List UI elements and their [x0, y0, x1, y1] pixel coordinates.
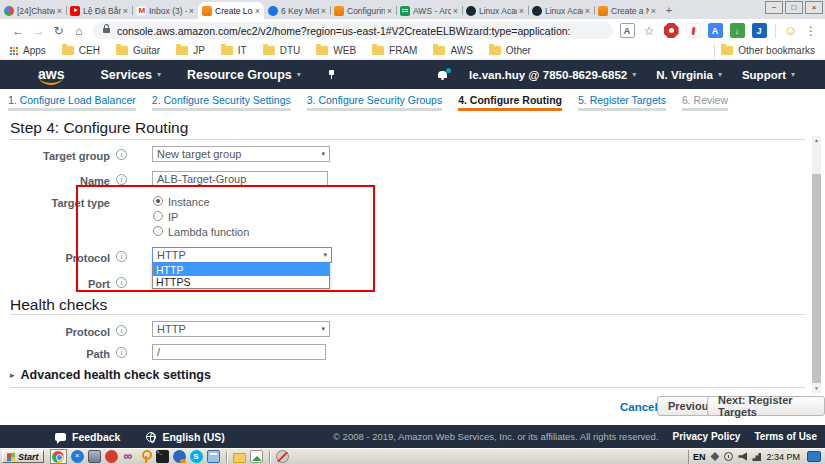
- tab-close-icon[interactable]: ×: [123, 6, 128, 16]
- path-input[interactable]: /: [152, 344, 326, 360]
- tab-close-icon[interactable]: ×: [453, 6, 458, 16]
- bookmark-folder-it[interactable]: IT: [221, 45, 247, 56]
- internet-app-icon[interactable]: [173, 450, 186, 463]
- dropdown-option-https[interactable]: HTTPS: [153, 276, 329, 288]
- profile-avatar[interactable]: ☺: [783, 23, 798, 39]
- chrome-menu-icon[interactable]: ⋮: [805, 24, 817, 38]
- support-menu[interactable]: Support ▾: [742, 69, 795, 81]
- name-input[interactable]: ALB-Target-Group: [152, 171, 328, 187]
- close-window-button[interactable]: ×: [805, 1, 823, 14]
- virtualbox-icon[interactable]: [88, 450, 101, 463]
- advanced-health-check-settings-toggle[interactable]: ▸ Advanced health check settings: [10, 368, 211, 382]
- bookmark-folder-aws[interactable]: AWS: [433, 45, 472, 56]
- minimize-button[interactable]: −: [765, 1, 783, 14]
- network-monitor-icon[interactable]: [807, 451, 821, 462]
- notifications-bell-icon[interactable]: [437, 69, 449, 81]
- step-2-configure-security-settings[interactable]: 2. Configure Security Settings: [152, 89, 291, 114]
- next-register-targets-button[interactable]: Next: Register Targets: [707, 396, 825, 416]
- aws-logo[interactable]: aws: [38, 66, 64, 82]
- info-icon[interactable]: i: [116, 347, 127, 358]
- info-icon[interactable]: i: [116, 251, 127, 262]
- tab-close-icon[interactable]: ×: [57, 6, 62, 16]
- bookmark-folder-other[interactable]: Other: [489, 45, 531, 56]
- blocked-user-icon[interactable]: [276, 450, 289, 463]
- resource-groups-menu[interactable]: Resource Groups ▾: [187, 68, 301, 82]
- info-icon[interactable]: i: [116, 174, 127, 185]
- step-4-configure-routing[interactable]: 4. Configure Routing: [458, 89, 562, 114]
- dropdown-option-http[interactable]: HTTP: [153, 264, 329, 276]
- scrollbar-thumb[interactable]: [812, 174, 821, 383]
- home-icon[interactable]: ⌂: [69, 24, 89, 38]
- step-3-configure-security-groups[interactable]: 3. Configure Security Groups: [307, 89, 442, 114]
- infinity-app-icon[interactable]: ∞: [122, 450, 135, 463]
- jdownloader-extension-icon[interactable]: J: [752, 23, 767, 38]
- bookmark-star-icon[interactable]: ☆: [642, 23, 657, 38]
- adblock-extension-icon[interactable]: [664, 23, 679, 38]
- radio-lambda-function[interactable]: [153, 226, 163, 236]
- tab-close-icon[interactable]: ×: [651, 6, 656, 16]
- vertical-scrollbar[interactable]: ▲ ▼: [812, 136, 821, 393]
- privacy-policy-link[interactable]: Privacy Policy: [673, 431, 741, 442]
- back-icon[interactable]: ←: [8, 24, 28, 38]
- command-prompt-icon[interactable]: >_: [156, 450, 169, 463]
- bookmark-folder-ceh[interactable]: CEH: [62, 45, 100, 56]
- network-signal-icon[interactable]: [752, 452, 761, 461]
- blue-x-app-icon[interactable]: ×: [71, 450, 84, 463]
- terms-of-use-link[interactable]: Terms of Use: [754, 431, 817, 442]
- tab-youtube[interactable]: Lệ Đá Bằng ×: [66, 2, 132, 19]
- tab-6-key-metrics[interactable]: 6 Key Metr ×: [264, 2, 330, 19]
- target-group-select[interactable]: New target group ▾: [152, 146, 330, 162]
- radio-instance[interactable]: [153, 196, 163, 206]
- tab-close-icon[interactable]: ×: [387, 6, 392, 16]
- tab-close-icon[interactable]: ×: [189, 6, 194, 16]
- red-app-icon[interactable]: [105, 450, 118, 463]
- info-icon[interactable]: i: [116, 325, 127, 336]
- url-text[interactable]: console.aws.amazon.com/ec2/v2/home?regio…: [117, 25, 571, 37]
- bookmark-folder-jp[interactable]: JP: [176, 45, 205, 56]
- java-extension-icon[interactable]: [686, 23, 701, 38]
- protocol-select[interactable]: HTTP ▾: [152, 247, 332, 263]
- window-app-icon[interactable]: [207, 450, 220, 463]
- tab-create-load-balancer-active[interactable]: Create Loa ×: [198, 2, 264, 19]
- folder-taskbar-icon[interactable]: [233, 453, 246, 463]
- chrome-taskbar-button-active[interactable]: [50, 449, 67, 464]
- skype-icon[interactable]: S: [190, 450, 203, 463]
- region-menu[interactable]: N. Virginia ▾: [656, 69, 722, 81]
- feedback-button[interactable]: Feedback: [55, 431, 120, 443]
- volume-icon[interactable]: [738, 452, 747, 461]
- key-app-icon[interactable]: [139, 450, 152, 463]
- clock-tray-icon[interactable]: [724, 452, 733, 461]
- tab-close-icon[interactable]: ×: [519, 6, 524, 16]
- bookmark-folder-dtu[interactable]: DTU: [263, 45, 301, 56]
- tab-linux-academy-1[interactable]: Linux Acad ×: [462, 2, 528, 19]
- new-tab-button[interactable]: +: [660, 3, 678, 19]
- tab-linux-academy-2[interactable]: Linux Acad ×: [528, 2, 594, 19]
- tab-close-icon[interactable]: ×: [585, 6, 590, 16]
- scroll-up-icon[interactable]: ▲: [812, 136, 821, 145]
- usb-tray-icon[interactable]: [710, 452, 719, 461]
- reload-icon[interactable]: ↻: [49, 24, 69, 38]
- account-menu[interactable]: le.van.huy @ 7850-8629-6852 ▾: [469, 69, 636, 81]
- language-bar[interactable]: EN: [693, 452, 706, 462]
- language-selector[interactable]: English (US): [146, 431, 224, 443]
- bookmark-folder-guitar[interactable]: Guitar: [116, 45, 160, 56]
- cancel-link[interactable]: Cancel: [620, 401, 658, 413]
- services-menu[interactable]: Services ▾: [100, 68, 160, 82]
- translate-page-icon[interactable]: A: [620, 23, 635, 38]
- forward-icon[interactable]: →: [28, 24, 48, 38]
- tab-gmail-inbox[interactable]: Inbox (3) - ×: [132, 2, 198, 19]
- google-translate-extension-icon[interactable]: A: [708, 23, 723, 38]
- restore-button[interactable]: □: [785, 1, 803, 14]
- pin-icon[interactable]: [327, 70, 336, 80]
- bookmark-apps[interactable]: Apps: [10, 45, 46, 56]
- info-icon[interactable]: i: [116, 149, 127, 160]
- url-field[interactable]: console.aws.amazon.com/ec2/v2/home?regio…: [93, 22, 613, 39]
- tab-aws-architecture[interactable]: AWS - Arc ×: [396, 2, 462, 19]
- tab-close-icon[interactable]: ×: [255, 6, 260, 16]
- other-bookmarks[interactable]: Other bookmarks: [721, 45, 815, 56]
- lock-icon[interactable]: [103, 28, 110, 33]
- scroll-down-icon[interactable]: ▼: [812, 384, 821, 393]
- download-manager-extension-icon[interactable]: ↓: [730, 23, 745, 38]
- tab-close-icon[interactable]: ×: [321, 6, 326, 16]
- tab-create-a-new[interactable]: Create a N ×: [594, 2, 660, 19]
